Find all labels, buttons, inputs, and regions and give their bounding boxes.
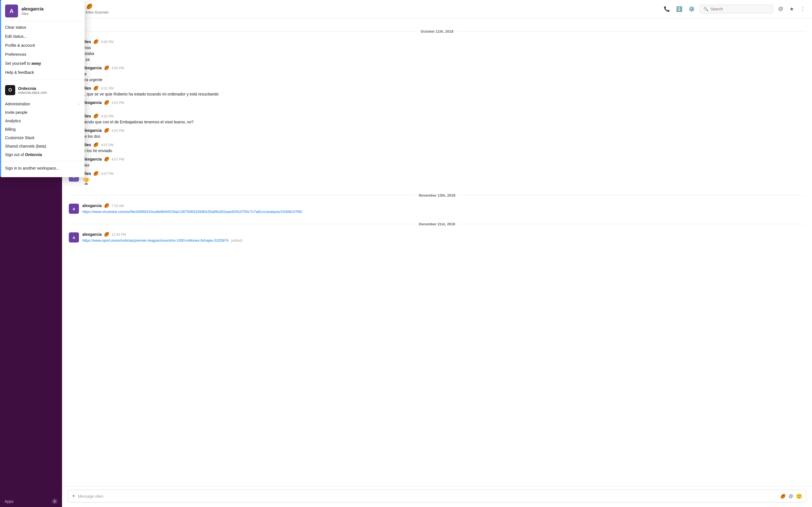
msg-emoji-inline: 🏉	[93, 171, 99, 176]
attach-button[interactable]: +	[72, 493, 75, 499]
date-label-dec: December 21st, 2018	[419, 222, 455, 226]
table-row: a alexgarcia 🏉 4:07 PM cias	[69, 156, 805, 169]
date-divider-oct: October 11th, 2018	[69, 29, 805, 34]
msg-content: alexgarcia 🏉 7:33 AM https://www.virusto…	[82, 203, 805, 215]
virustotal-link[interactable]: https://www.virustotal.com/es/file/d3560…	[82, 210, 302, 214]
billing-label: Billing	[5, 127, 15, 131]
msg-username: alexgarcia	[82, 203, 102, 208]
msg-text: https://www.sport.es/es/noticias/premier…	[82, 237, 805, 243]
customize-slack-item[interactable]: Customize Slack	[0, 133, 85, 142]
avatar: a	[69, 204, 79, 214]
search-input[interactable]	[711, 7, 769, 11]
msg-time: 4:01 PM	[112, 101, 124, 105]
avatar-letter: A	[10, 8, 13, 14]
analytics-item[interactable]: Analytics	[0, 117, 85, 125]
administration-item[interactable]: Administration ›	[0, 100, 85, 108]
msg-username: alexgarcia	[82, 100, 102, 105]
edited-label: (edited)	[231, 238, 243, 242]
profile-account-item[interactable]: Profile & account	[0, 41, 85, 50]
msg-text: de los dos	[82, 133, 805, 139]
table-row: a alexgarcia 🏉 12:44 PM https://www.spor…	[69, 231, 805, 244]
msg-content: elies 🏉 4:00 PM enas estaba y ya	[82, 39, 805, 62]
msg-time: 4:02 PM	[112, 129, 124, 133]
msg-emoji-inline: 🏉	[104, 157, 109, 162]
ws-url: ontecnia.slack.com	[18, 91, 47, 95]
msg-content: alexgarcia 🏉 4:07 PM cias	[82, 157, 805, 168]
edit-status-item[interactable]: Edit status...	[0, 32, 85, 41]
more-icon-button[interactable]: ⋮	[799, 5, 806, 13]
dropdown-divider-1	[0, 80, 85, 80]
msg-emoji-inline: 🏉	[104, 65, 109, 70]
msg-username: alexgarcia	[82, 66, 102, 70]
help-feedback-item[interactable]: Help & feedback	[0, 68, 85, 77]
mention-button[interactable]: @	[789, 494, 793, 499]
user-avatar: A	[5, 4, 18, 17]
table-row: e elies 🏉 4:00 PM enas estaba y ya	[69, 38, 805, 64]
dropdown-display-name: Álex	[21, 11, 43, 16]
set-away-item[interactable]: Set yourself to away	[0, 59, 85, 68]
messages-area: October 11th, 2018 e elies 🏉 4:00 PM ena…	[62, 18, 812, 486]
gear-icon-button[interactable]: ⚙️	[688, 5, 696, 13]
sign-in-section: Sign in to another workspace...	[0, 161, 85, 175]
phone-icon-button[interactable]: 📞	[663, 5, 671, 13]
preferences-item[interactable]: Preferences	[0, 50, 85, 59]
apps-label: Apps	[4, 499, 13, 504]
msg-header: elies 🏉 4:02 PM	[82, 114, 805, 119]
set-away-label: Set yourself to away	[5, 61, 41, 66]
apps-button[interactable]: Apps +	[0, 496, 62, 507]
edit-status-label: Edit status...	[5, 34, 27, 39]
msg-header: alexgarcia 🏉 4:00 PM	[82, 65, 805, 70]
invite-people-ws-label: Invite people	[5, 110, 28, 115]
clear-status-item[interactable]: Clear status	[0, 23, 85, 32]
msg-time: 4:00 PM	[112, 66, 124, 70]
analytics-label: Analytics	[5, 119, 21, 123]
msg-text: 🏆	[82, 177, 805, 186]
add-apps-icon[interactable]: +	[52, 499, 57, 504]
sign-out-item[interactable]: Sign out of Ontecnia	[0, 151, 85, 159]
date-label-nov: November 13th, 2018	[419, 193, 455, 198]
star-header-icon-button[interactable]: ★	[788, 5, 795, 13]
table-row: e elies 🏉 4:07 PM 🏆	[69, 170, 805, 187]
sign-in-another-item[interactable]: Sign in to another workspace...	[5, 164, 80, 173]
at-icon-button[interactable]: @	[777, 5, 784, 13]
msg-time: 4:07 PM	[112, 158, 124, 161]
msg-content: elies 🏉 4:07 PM te los he enviado	[82, 142, 805, 154]
msg-emoji-inline: 🏉	[104, 128, 109, 133]
msg-content: elies 🏉 4:07 PM 🏆	[82, 171, 805, 186]
chat-title-emoji: 🏉	[86, 3, 93, 10]
msg-emoji-inline: 🏉	[93, 114, 99, 119]
invite-people-item[interactable]: Invite people	[0, 108, 85, 117]
workspace-icon: O	[5, 85, 15, 95]
msg-content: alexgarcia 🏉 4:00 PM ya era urgente	[82, 65, 805, 83]
ws-name: Ontecnia	[18, 86, 47, 91]
msg-emoji-inline: 🏉	[104, 100, 109, 105]
date-divider-nov: November 13th, 2018	[69, 193, 805, 198]
msg-header: alexgarcia 🏉 4:01 PM	[82, 100, 805, 105]
msg-time: 7:33 AM	[112, 204, 124, 208]
message-input[interactable]	[78, 494, 778, 499]
msg-text: cias	[82, 162, 805, 168]
msg-time: 4:01 PM	[101, 87, 114, 91]
billing-item[interactable]: Billing	[0, 125, 85, 133]
msg-text: https://www.virustotal.com/es/file/d3560…	[82, 209, 805, 215]
info-icon-button[interactable]: ℹ️	[675, 5, 683, 13]
workspace-info: O Ontecnia ontecnia.slack.com	[5, 85, 80, 95]
dropdown-menu: A alexgarcia Álex Clear status Edit stat…	[0, 0, 85, 177]
shared-channels-item[interactable]: Shared channels (beta)	[0, 142, 85, 151]
table-row: a alexgarcia 🏉 4:00 PM ya era urgente	[69, 64, 805, 84]
msg-username: alexgarcia	[82, 128, 102, 133]
msg-time: 12:44 PM	[112, 233, 126, 237]
msg-header: elies 🏉 4:00 PM	[82, 39, 805, 44]
msg-text: ciendo que con el de Embajadoras tenemos…	[82, 119, 805, 125]
active-indicator	[0, 0, 1, 177]
search-box: 🔍	[700, 5, 773, 13]
msg-time: 4:07 PM	[101, 143, 114, 147]
clear-status-label: Clear status	[5, 25, 26, 30]
customize-slack-label: Customize Slack	[5, 135, 35, 140]
sport-link[interactable]: https://www.sport.es/es/noticias/premier…	[82, 238, 229, 242]
avatar: a	[69, 232, 79, 242]
chat-header: ☆ elies 🏉 active | Elies Guzmán 📞 ℹ️ ⚙️ …	[62, 0, 812, 18]
msg-header: alexgarcia 🏉 4:07 PM	[82, 157, 805, 162]
chevron-right-icon: ›	[79, 102, 80, 106]
emoji-button[interactable]: 🙂	[796, 493, 802, 499]
